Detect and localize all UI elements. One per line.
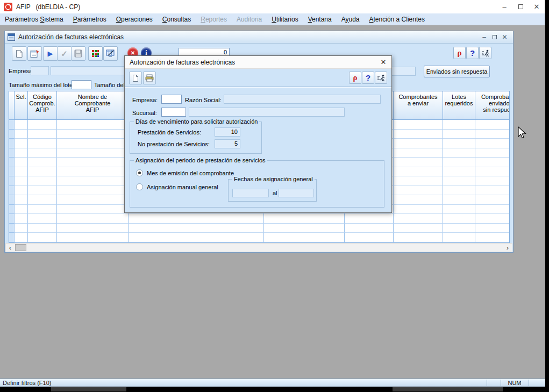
table-cell (9, 233, 15, 243)
minimize-button[interactable]: – (496, 0, 512, 13)
no-prestacion-label: No prestación de Servicios: (138, 141, 210, 147)
help-button[interactable]: ? (466, 47, 479, 59)
table-cell (443, 139, 475, 148)
execute-button[interactable]: ▶ (43, 46, 58, 61)
dialog-empresa-field[interactable] (161, 95, 182, 104)
dialog-new-button[interactable] (129, 72, 142, 84)
child-close-button[interactable]: ✕ (500, 31, 510, 43)
table-cell (57, 233, 129, 243)
no-prestacion-field[interactable]: 5 (215, 139, 240, 148)
menu-item[interactable]: Consultas (158, 14, 196, 25)
menu-item[interactable]: Parámetros Sistema (0, 14, 68, 25)
monitor-pencil-icon (106, 49, 115, 58)
printer-icon (145, 74, 154, 82)
scroll-left-arrow[interactable]: ‹ (6, 244, 15, 252)
exit-button[interactable] (479, 47, 491, 59)
child-maximize-button[interactable] (489, 31, 500, 43)
table-cell (28, 148, 57, 158)
radio-asignacion-manual[interactable] (136, 183, 143, 190)
column-header[interactable]: Comprobantes a enviar (394, 91, 443, 119)
filter-button[interactable]: ρ (453, 47, 466, 59)
table-row[interactable] (9, 233, 509, 243)
floppy-disk-icon (74, 49, 82, 58)
column-header[interactable] (9, 91, 15, 119)
mdi-client-area: Autorización de facturas electrónicas – … (0, 25, 545, 379)
properties-form-icon (30, 49, 39, 58)
close-button[interactable]: ✕ (529, 0, 545, 13)
table-cell (443, 130, 475, 139)
menu-item[interactable]: Parámetros (68, 14, 111, 25)
column-header[interactable]: Código Comprob. AFIP (28, 91, 57, 119)
menu-item[interactable]: Operaciones (111, 14, 158, 25)
table-cell (57, 167, 129, 177)
menu-item: Reportes (196, 14, 232, 25)
table-cell (28, 139, 57, 148)
new-document-icon (132, 74, 139, 82)
table-cell (264, 233, 345, 243)
screen: AFIP (dbELDIA - CP) – ✕ Parámetros Siste… (0, 0, 549, 392)
table-cell (475, 224, 510, 233)
radio-mes-emision-label[interactable]: Mes de emisión del comprobante (147, 170, 234, 176)
table-cell (15, 176, 28, 186)
table-cell (15, 148, 28, 158)
menu-item[interactable]: Utilitarios (267, 14, 303, 25)
table-cell (394, 195, 443, 205)
table-cell (28, 158, 57, 167)
radio-mes-emision[interactable] (136, 169, 143, 176)
batch-process-button[interactable] (88, 46, 103, 61)
table-cell (28, 167, 57, 177)
table-cell (9, 158, 15, 167)
table-cell (9, 139, 15, 148)
table-row[interactable] (9, 224, 509, 233)
fechas-al-label: al (273, 190, 277, 196)
view-export-button[interactable] (103, 46, 118, 61)
dialog-close-button[interactable]: ✕ (375, 56, 391, 68)
child-minimize-button[interactable]: – (479, 31, 489, 43)
lote-max-field[interactable] (72, 80, 91, 89)
table-cell (9, 205, 15, 215)
table-cell (475, 195, 510, 205)
table-cell (475, 205, 510, 215)
dialog-razon-label: Razón Social: (185, 97, 222, 103)
table-cell (475, 130, 510, 139)
scroll-right-arrow[interactable]: › (503, 244, 512, 252)
dialog-filter-button[interactable]: ρ (349, 72, 361, 84)
table-cell (475, 233, 510, 243)
table-cell (443, 233, 475, 243)
table-cell (443, 148, 475, 158)
child-maximize-icon (493, 35, 497, 39)
dialog-exit-button[interactable] (375, 72, 387, 84)
table-cell (15, 195, 28, 205)
menu-item[interactable]: Atención a Clientes (365, 14, 430, 25)
column-header[interactable]: Sel. (15, 91, 28, 119)
dialog-print-button[interactable] (143, 72, 156, 84)
enviados-sin-respuesta-button[interactable]: Enviados sin respuesta (424, 66, 490, 77)
horizontal-scrollbar[interactable]: ‹ › (5, 243, 512, 252)
maximize-button[interactable] (512, 0, 529, 13)
new-document-icon (15, 49, 23, 58)
properties-button[interactable] (27, 46, 42, 61)
menu-item[interactable]: Ventana (303, 14, 337, 25)
mouse-cursor (517, 126, 527, 142)
table-cell (475, 176, 510, 186)
prestacion-field[interactable]: 10 (215, 127, 240, 137)
table-row[interactable] (9, 214, 509, 224)
scrollbar-thumb[interactable] (15, 244, 26, 251)
dialog-sucursal-field[interactable] (161, 108, 186, 117)
confirm-button: ✓ (57, 46, 72, 61)
status-divider (501, 380, 501, 386)
column-header[interactable]: Comprobantes enviados sin respuesta (475, 91, 510, 119)
dialog-help-button[interactable]: ? (362, 72, 374, 84)
menu-item[interactable]: Ayuda (337, 14, 365, 25)
table-cell (394, 139, 443, 148)
column-header[interactable]: Lotes requeridos (443, 91, 475, 119)
table-cell (28, 233, 57, 243)
column-header[interactable]: Nombre de Comprobante AFIP (57, 91, 129, 119)
rho-filter-icon: ρ (457, 48, 461, 58)
radio-asignacion-manual-label[interactable]: Asignación manual general (147, 184, 218, 190)
new-record-button[interactable] (12, 46, 26, 61)
table-cell (475, 120, 510, 130)
status-text: Definir filtros (F10) (3, 380, 51, 386)
table-cell (15, 139, 28, 148)
table-cell (57, 224, 129, 233)
